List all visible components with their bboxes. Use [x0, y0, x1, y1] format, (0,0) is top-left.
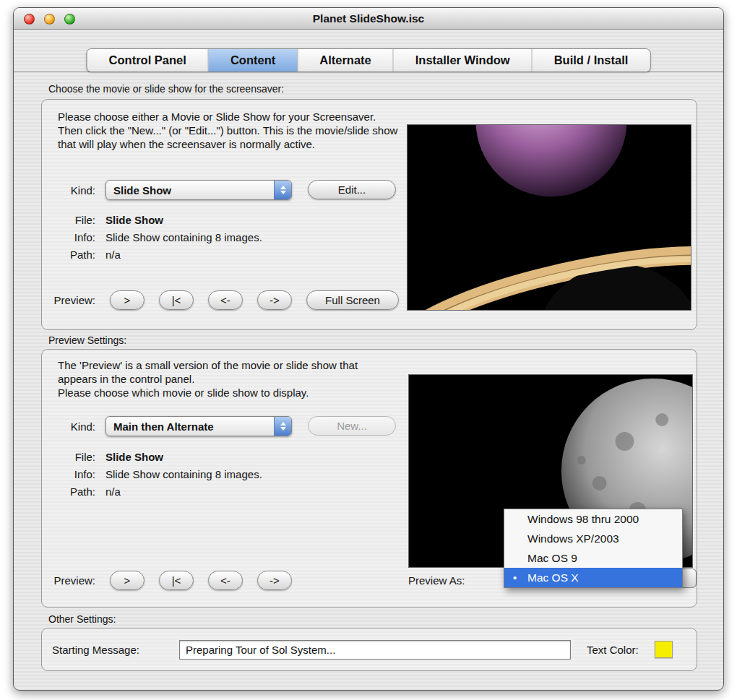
minimize-button[interactable]: [44, 14, 55, 25]
zoom-button[interactable]: [64, 14, 75, 25]
tab-installer-window[interactable]: Installer Window: [394, 49, 533, 72]
other-settings-heading: Other Settings:: [48, 613, 116, 625]
info-row: Info: Slide Show containing 8 images.: [49, 231, 262, 243]
go-to-start-button[interactable]: |<: [159, 290, 194, 310]
traffic-lights: [24, 14, 75, 25]
window-title: Planet SlideShow.isc: [313, 12, 424, 25]
step-forward-button[interactable]: ->: [257, 290, 292, 310]
file-label: File:: [49, 214, 95, 226]
popup-arrows-icon: [274, 181, 291, 199]
tab-control-panel[interactable]: Control Panel: [87, 49, 209, 72]
preview-kind-label: Kind:: [49, 420, 95, 433]
path-label: Path:: [49, 485, 95, 498]
edit-button[interactable]: Edit...: [308, 180, 396, 199]
app-window: Planet SlideShow.isc Control Panel Conte…: [13, 7, 724, 691]
kind-label: Kind:: [49, 184, 95, 196]
main-groupbox: Please choose either a Movie or Slide Sh…: [41, 99, 697, 330]
popup-arrows-icon: [274, 417, 291, 436]
info-label: Info:: [49, 231, 95, 243]
preview-settings-heading: Preview Settings:: [48, 334, 126, 346]
path-value: n/a: [105, 249, 121, 261]
menu-item-mac-os-x[interactable]: • Mac OS X: [504, 568, 682, 587]
menu-item-mac-os-9[interactable]: Mac OS 9: [504, 548, 682, 568]
menu-item-windows-xp-2003[interactable]: Windows XP/2003: [504, 529, 682, 548]
preview-kind-popup[interactable]: Main then Alternate: [105, 416, 292, 436]
file-row: File: Slide Show: [49, 214, 163, 226]
tab-build-install[interactable]: Build / Install: [533, 49, 650, 72]
close-button[interactable]: [24, 14, 35, 25]
starting-message-input[interactable]: [179, 640, 571, 660]
preview-settings-groupbox: The 'Preview' is a small version of the …: [41, 349, 697, 608]
main-instructions: Please choose either a Movie or Slide Sh…: [58, 110, 402, 151]
main-preview-image: [407, 124, 691, 311]
kind-popup-value: Slide Show: [106, 184, 274, 196]
menu-item-windows-98-thru-2000[interactable]: Windows 98 thru 2000: [504, 509, 682, 529]
step-back-button[interactable]: <-: [208, 571, 243, 590]
preview-label: Preview:: [49, 294, 95, 306]
preview-info-row: Info: Slide Show containing 8 images.: [49, 468, 262, 480]
path-row: Path: n/a: [49, 249, 121, 261]
file-value: Slide Show: [105, 451, 163, 463]
selected-item-bullet-icon: •: [513, 571, 517, 584]
preview-kind-popup-value: Main then Alternate: [106, 420, 274, 433]
path-value: n/a: [105, 485, 121, 498]
text-color-well[interactable]: [655, 641, 673, 658]
info-value: Slide Show containing 8 images.: [105, 231, 262, 243]
main-preview-controls: Preview: > |< <- -> Full Screen: [49, 290, 399, 310]
kind-popup[interactable]: Slide Show: [105, 180, 292, 200]
preview-as-menu: Windows 98 thru 2000 Windows XP/2003 Mac…: [504, 509, 683, 588]
go-to-start-button[interactable]: |<: [159, 571, 194, 590]
play-button[interactable]: >: [110, 571, 145, 590]
play-button[interactable]: >: [110, 290, 145, 310]
info-label: Info:: [49, 468, 95, 480]
preview-instructions-1: The 'Preview' is a small version of the …: [58, 358, 377, 386]
preview-as-label: Preview As:: [408, 574, 465, 587]
main-section-heading: Choose the movie or slide show for the s…: [48, 83, 284, 95]
tab-alternate[interactable]: Alternate: [298, 49, 394, 72]
other-settings-groupbox: Starting Message: Text Color:: [41, 628, 697, 671]
title-bar[interactable]: Planet SlideShow.isc: [14, 8, 723, 30]
preview-pane-controls: Preview: > |< <- ->: [49, 571, 292, 590]
preview-instructions-2: Please choose which movie or slide show …: [58, 386, 377, 399]
preview-path-row: Path: n/a: [49, 485, 121, 498]
starting-message-label: Starting Message:: [52, 644, 139, 656]
file-value: Slide Show: [105, 214, 163, 226]
tab-group: Control Panel Content Alternate Installe…: [87, 48, 651, 72]
full-screen-button[interactable]: Full Screen: [306, 290, 399, 310]
info-value: Slide Show containing 8 images.: [105, 468, 262, 480]
file-label: File:: [49, 451, 95, 463]
text-color-label: Text Color:: [587, 644, 639, 656]
step-forward-button[interactable]: ->: [257, 571, 292, 590]
tab-content[interactable]: Content: [209, 49, 298, 72]
new-button[interactable]: New...: [308, 416, 396, 436]
tab-strip: Control Panel Content Alternate Installe…: [14, 48, 723, 72]
preview-file-row: File: Slide Show: [49, 451, 163, 463]
path-label: Path:: [49, 249, 95, 261]
step-back-button[interactable]: <-: [208, 290, 243, 310]
preview-label: Preview:: [49, 574, 95, 587]
